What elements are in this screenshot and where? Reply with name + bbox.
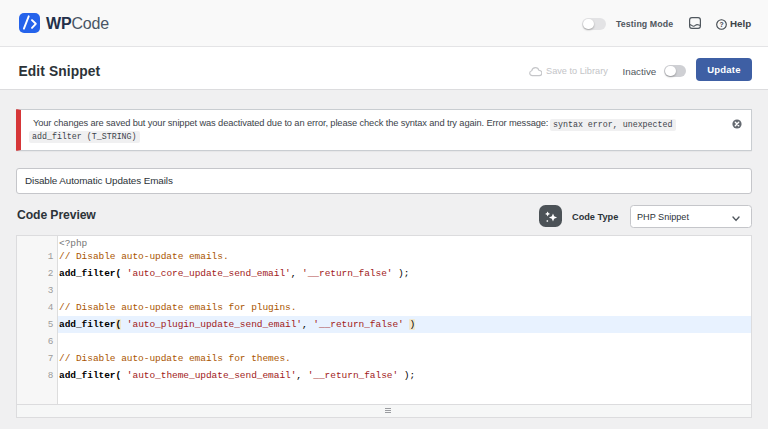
svg-text:?: ? (719, 21, 723, 28)
